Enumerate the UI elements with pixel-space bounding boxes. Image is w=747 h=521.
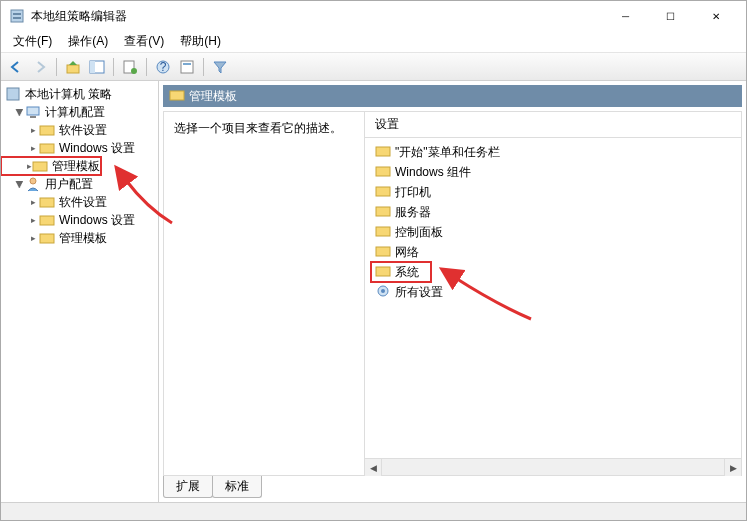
settings-icon — [375, 283, 391, 302]
folder-icon — [32, 158, 48, 174]
list-item-label: 打印机 — [395, 184, 431, 201]
menubar: 文件(F) 操作(A) 查看(V) 帮助(H) — [1, 31, 746, 53]
gpedit-icon — [5, 86, 21, 102]
list-item-control-panel[interactable]: 控制面板 — [371, 222, 735, 242]
computer-icon — [25, 104, 41, 120]
list-item-label: 网络 — [395, 244, 419, 261]
list-item-label: 控制面板 — [395, 224, 443, 241]
tree-label: 软件设置 — [57, 194, 109, 211]
panel-header: 管理模板 — [163, 85, 742, 107]
svg-rect-27 — [376, 227, 390, 236]
gpedit-icon — [9, 8, 25, 24]
tree-label: 计算机配置 — [43, 104, 107, 121]
toolbar-separator — [56, 58, 57, 76]
tree-root[interactable]: 本地计算机 策略 — [1, 85, 158, 103]
list-item-label: "开始"菜单和任务栏 — [395, 144, 500, 161]
expander-icon[interactable]: ▸ — [27, 215, 39, 225]
window-title: 本地组策略编辑器 — [31, 8, 603, 25]
tree-windows-settings[interactable]: ▸ Windows 设置 — [1, 211, 158, 229]
description-text: 选择一个项目来查看它的描述。 — [174, 120, 354, 137]
tree-admin-templates[interactable]: ▸ 管理模板 — [1, 229, 158, 247]
svg-rect-22 — [170, 91, 184, 100]
expander-icon[interactable]: ▸ — [27, 143, 39, 153]
menu-view[interactable]: 查看(V) — [116, 31, 172, 52]
svg-rect-29 — [376, 267, 390, 276]
svg-point-7 — [131, 68, 137, 74]
list-item-all-settings[interactable]: 所有设置 — [371, 282, 735, 302]
folder-icon — [375, 203, 391, 222]
details-panel: 管理模板 选择一个项目来查看它的描述。 设置 "开始"菜单和任务栏 Window… — [159, 81, 746, 502]
svg-rect-3 — [67, 65, 79, 73]
filter-button[interactable] — [209, 56, 231, 78]
folder-icon — [39, 212, 55, 228]
tree-user-config[interactable]: ⯆ 用户配置 — [1, 175, 158, 193]
list-item-system[interactable]: 系统 — [371, 262, 431, 282]
svg-rect-26 — [376, 207, 390, 216]
horizontal-scrollbar[interactable]: ◀ ▶ — [365, 458, 741, 475]
export-button[interactable] — [176, 56, 198, 78]
tree-windows-settings[interactable]: ▸ Windows 设置 — [1, 139, 158, 157]
folder-icon — [39, 230, 55, 246]
statusbar — [1, 502, 746, 520]
expander-icon[interactable]: ⯆ — [13, 179, 25, 189]
list-items: "开始"菜单和任务栏 Windows 组件 打印机 服务器 控制面板 网络 系统… — [365, 138, 741, 458]
svg-rect-17 — [33, 162, 47, 171]
expander-icon[interactable]: ▸ — [27, 125, 39, 135]
svg-rect-24 — [376, 167, 390, 176]
description-column: 选择一个项目来查看它的描述。 — [164, 112, 364, 475]
minimize-button[interactable]: ─ — [603, 1, 648, 31]
tree-label: 管理模板 — [57, 230, 109, 247]
show-hide-tree-button[interactable] — [86, 56, 108, 78]
list-item-label: Windows 组件 — [395, 164, 471, 181]
expander-icon[interactable]: ▸ — [27, 197, 39, 207]
tree-software-settings[interactable]: ▸ 软件设置 — [1, 121, 158, 139]
tree-label: Windows 设置 — [57, 212, 137, 229]
svg-rect-23 — [376, 147, 390, 156]
tree-label: 软件设置 — [57, 122, 109, 139]
tree-software-settings[interactable]: ▸ 软件设置 — [1, 193, 158, 211]
list-item-startmenu[interactable]: "开始"菜单和任务栏 — [371, 142, 735, 162]
folder-icon — [375, 223, 391, 242]
expander-icon[interactable]: ▸ — [27, 233, 39, 243]
panel-body: 选择一个项目来查看它的描述。 设置 "开始"菜单和任务栏 Windows 组件 … — [163, 111, 742, 476]
svg-rect-2 — [13, 17, 21, 19]
svg-rect-10 — [181, 61, 193, 73]
toolbar-separator — [146, 58, 147, 76]
scroll-left-button[interactable]: ◀ — [365, 459, 382, 476]
list-header[interactable]: 设置 — [365, 112, 741, 138]
menu-help[interactable]: 帮助(H) — [172, 31, 229, 52]
back-button[interactable] — [5, 56, 27, 78]
tree-panel: 本地计算机 策略 ⯆ 计算机配置 ▸ 软件设置 ▸ Windows 设置 ▸ 管… — [1, 81, 159, 502]
list-item-printers[interactable]: 打印机 — [371, 182, 735, 202]
menu-file[interactable]: 文件(F) — [5, 31, 60, 52]
titlebar: 本地组策略编辑器 ─ ☐ ✕ — [1, 1, 746, 31]
svg-rect-25 — [376, 187, 390, 196]
help-button[interactable]: ? — [152, 56, 174, 78]
folder-icon — [375, 243, 391, 262]
list-item-servers[interactable]: 服务器 — [371, 202, 735, 222]
tree-admin-templates[interactable]: ▸ 管理模板 — [1, 157, 101, 175]
folder-icon — [375, 183, 391, 202]
svg-rect-20 — [40, 216, 54, 225]
close-button[interactable]: ✕ — [693, 1, 738, 31]
list-item-network[interactable]: 网络 — [371, 242, 735, 262]
up-button[interactable] — [62, 56, 84, 78]
svg-rect-14 — [30, 116, 36, 118]
expander-icon[interactable]: ⯆ — [13, 107, 25, 117]
user-icon — [25, 176, 41, 192]
tab-extended[interactable]: 扩展 — [163, 476, 213, 498]
maximize-button[interactable]: ☐ — [648, 1, 693, 31]
folder-icon — [39, 194, 55, 210]
list-item-windows-components[interactable]: Windows 组件 — [371, 162, 735, 182]
svg-point-18 — [30, 178, 36, 184]
forward-button[interactable] — [29, 56, 51, 78]
properties-button[interactable] — [119, 56, 141, 78]
tree-computer-config[interactable]: ⯆ 计算机配置 — [1, 103, 158, 121]
tree-label: 管理模板 — [50, 158, 102, 175]
tab-standard[interactable]: 标准 — [212, 476, 262, 498]
panel-header-label: 管理模板 — [189, 88, 237, 105]
scroll-right-button[interactable]: ▶ — [724, 459, 741, 476]
list-item-label: 所有设置 — [395, 284, 443, 301]
menu-action[interactable]: 操作(A) — [60, 31, 116, 52]
toolbar: ? — [1, 53, 746, 81]
